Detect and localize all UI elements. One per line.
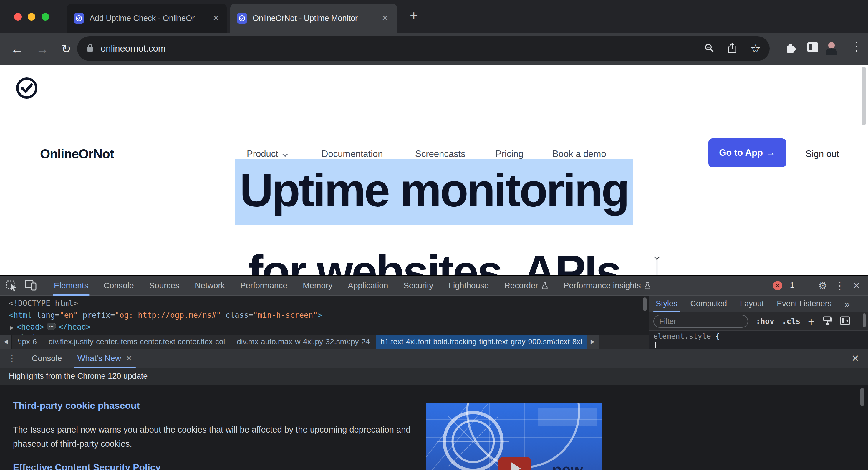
error-count[interactable]: 1: [790, 281, 795, 290]
toggle-hover-state-button[interactable]: :hov: [756, 317, 774, 326]
devtools-tab-network[interactable]: Network: [187, 276, 232, 296]
devtools-tab-performance[interactable]: Performance: [232, 276, 295, 296]
tab-strip: Add Uptime Check - OnlineOr ✕ OnlineOrNo…: [0, 0, 868, 33]
forward-button[interactable]: →: [36, 42, 49, 55]
macos-close-button[interactable]: [14, 13, 22, 21]
devtools-tab-sources[interactable]: Sources: [141, 276, 187, 296]
browser-tab-add-uptime-check[interactable]: Add Uptime Check - OnlineOr ✕: [67, 3, 227, 33]
macos-zoom-button[interactable]: [41, 13, 49, 21]
new-style-rule-plus-icon[interactable]: +: [808, 315, 814, 327]
element-style-rule[interactable]: element.style { }: [649, 331, 868, 349]
breadcrumb-scroll-left-icon[interactable]: ◀: [0, 335, 12, 349]
devtools-tab-security[interactable]: Security: [396, 276, 441, 296]
macos-minimize-button[interactable]: [28, 13, 35, 21]
breadcrumb-scroll-right-icon[interactable]: ▶: [587, 335, 598, 349]
breadcrumb-item-selected[interactable]: h1.text-4xl.font-bold.tracking-tight.tex…: [376, 335, 587, 349]
youtube-play-button-icon[interactable]: [498, 457, 531, 470]
browser-window: Add Uptime Check - OnlineOr ✕ OnlineOrNo…: [0, 0, 868, 470]
tab-computed[interactable]: Computed: [684, 296, 734, 312]
breadcrumb-item[interactable]: div.mx-auto.max-w-4xl.py-32.sm\:py-24: [231, 337, 376, 346]
rendering-emulation-paint-icon[interactable]: [822, 316, 832, 327]
devtools-tab-performance-insights[interactable]: Performance insights: [556, 276, 659, 296]
breadcrumb-item[interactable]: div.flex.justify-center.items-center.tex…: [43, 337, 231, 346]
tab-title: Add Uptime Check - OnlineOr: [90, 14, 207, 23]
close-whats-new-tab-icon[interactable]: ✕: [126, 354, 132, 362]
whats-new-section-link[interactable]: Effective Content Security Policy: [13, 462, 160, 470]
tab-styles[interactable]: Styles: [649, 296, 684, 312]
chrome-menu-kebab-icon[interactable]: ⋮: [850, 40, 863, 53]
address-bar[interactable]: onlineornot.com ☆: [77, 36, 770, 61]
drawer-close-icon[interactable]: ✕: [851, 354, 868, 363]
nav-screencasts[interactable]: Screencasts: [415, 149, 465, 159]
devtools-tab-elements[interactable]: Elements: [46, 276, 96, 296]
dom-node-head[interactable]: ▶<head>⋯</head>: [10, 321, 91, 333]
dom-node-doctype[interactable]: <!DOCTYPE html>: [9, 297, 78, 309]
nav-product[interactable]: Product: [247, 149, 286, 159]
chevron-down-icon: [282, 151, 288, 157]
devtools-tab-memory[interactable]: Memory: [295, 276, 340, 296]
devtools-settings-gear-icon[interactable]: ⚙: [818, 281, 827, 291]
dom-node-html[interactable]: <html lang="en" prefix="og: http://ogp.m…: [9, 309, 322, 321]
nav-pricing[interactable]: Pricing: [496, 149, 524, 159]
new-tab-button[interactable]: +: [410, 9, 418, 22]
styles-scrollbar[interactable]: [863, 313, 866, 327]
devtools-tab-recorder[interactable]: Recorder: [496, 276, 556, 296]
onlineornot-favicon-icon: [73, 13, 84, 24]
whats-new-header: Highlights from the Chrome 120 update: [0, 368, 868, 385]
experiment-flask-icon: [644, 282, 651, 290]
bookmark-star-icon[interactable]: ☆: [750, 43, 761, 55]
lock-icon[interactable]: [86, 43, 94, 54]
tree-expand-arrow-icon[interactable]: ▶: [10, 324, 13, 331]
thumbnail-caption: new: [552, 460, 583, 470]
back-button[interactable]: ←: [10, 42, 24, 55]
breadcrumb-item[interactable]: \:px-6: [12, 337, 43, 346]
drawer-tab-whats-new[interactable]: What's New ✕: [70, 349, 140, 368]
whats-new-video-thumbnail[interactable]: new: [426, 403, 602, 470]
go-to-app-button[interactable]: Go to App →: [708, 138, 786, 167]
styles-toolbar: :hov .cls +: [649, 312, 868, 331]
device-toolbar-icon[interactable]: [24, 279, 38, 292]
whats-new-scrollbar[interactable]: [860, 388, 864, 406]
dom-node-body[interactable]: ▼<body>: [10, 332, 44, 335]
divider: [806, 280, 806, 291]
hero-heading-line1: Uptime monitoring: [0, 163, 868, 217]
tab-layout[interactable]: Layout: [734, 296, 770, 312]
tab-close-icon[interactable]: ✕: [381, 14, 389, 22]
styles-tab-bar: Styles Computed Layout Event Listeners »: [649, 296, 868, 312]
elements-scrollbar[interactable]: [643, 297, 647, 311]
drawer-menu-kebab-icon[interactable]: ⋮: [0, 354, 24, 363]
devtools-tab-lighthouse[interactable]: Lighthouse: [441, 276, 496, 296]
devtools-tab-application[interactable]: Application: [340, 276, 396, 296]
error-badge-icon[interactable]: ✕: [773, 281, 782, 290]
url-text[interactable]: onlineornot.com: [101, 43, 166, 54]
reload-button[interactable]: ↻: [61, 43, 71, 55]
devtools-tab-console[interactable]: Console: [96, 276, 142, 296]
inspect-element-icon[interactable]: [5, 279, 18, 293]
whats-new-section-body: The Issues panel now warns you about the…: [13, 422, 413, 451]
sign-out-link[interactable]: Sign out: [806, 149, 839, 159]
more-tabs-icon[interactable]: »: [838, 296, 856, 312]
zoom-icon[interactable]: [704, 43, 714, 54]
devtools-close-icon[interactable]: ✕: [852, 281, 860, 290]
nav-documentation[interactable]: Documentation: [321, 149, 383, 159]
devtools-toolbar: Elements Console Sources Network Perform…: [0, 276, 868, 296]
elements-tree: <!DOCTYPE html> <html lang="en" prefix="…: [0, 296, 649, 335]
browser-tab-onlineornot-active[interactable]: OnlineOrNot - Uptime Monitor ✕: [230, 3, 397, 33]
onlineornot-logo-icon[interactable]: [15, 76, 38, 101]
collapsed-content-icon[interactable]: ⋯: [46, 323, 56, 330]
share-icon[interactable]: [727, 43, 737, 55]
styles-filter-input[interactable]: [653, 315, 748, 328]
extensions-puzzle-icon[interactable]: [784, 41, 797, 55]
side-panel-icon[interactable]: [806, 41, 819, 54]
tab-close-icon[interactable]: ✕: [213, 14, 219, 22]
drawer-tab-bar: ⋮ Console What's New ✕ ✕: [0, 349, 868, 368]
toggle-class-button[interactable]: .cls: [782, 317, 801, 326]
whats-new-section-link[interactable]: Third-party cookie phaseout: [13, 400, 140, 411]
nav-book-a-demo[interactable]: Book a demo: [552, 149, 606, 159]
tab-event-listeners[interactable]: Event Listeners: [770, 296, 838, 312]
dock-side-icon[interactable]: [840, 316, 850, 326]
page-scrollbar[interactable]: [862, 67, 866, 125]
brand-wordmark[interactable]: OnlineOrNot: [40, 147, 114, 161]
drawer-tab-console[interactable]: Console: [24, 349, 70, 368]
devtools-menu-kebab-icon[interactable]: ⋮: [835, 281, 845, 291]
